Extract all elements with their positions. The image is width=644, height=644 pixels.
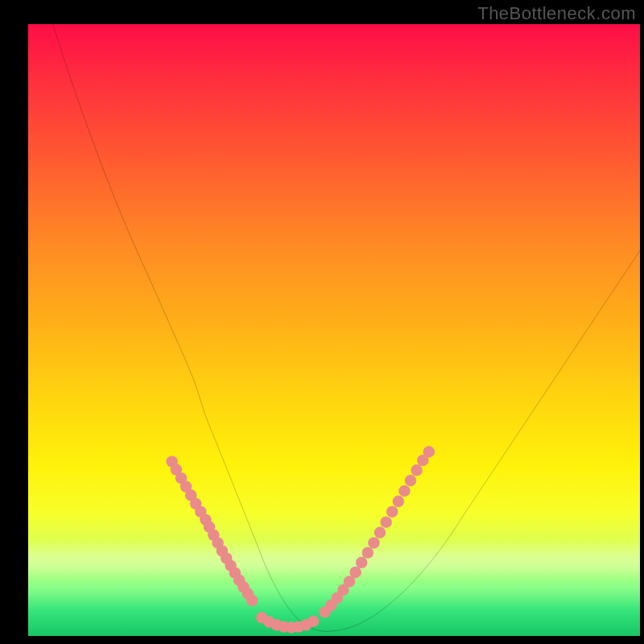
highlight-dot	[405, 475, 416, 486]
right-highlight-dots	[319, 446, 435, 618]
highlight-dot	[386, 506, 398, 518]
chart-frame: TheBottleneck.com	[0, 0, 644, 644]
highlight-dot	[246, 595, 258, 606]
left-highlight-dots	[166, 456, 258, 606]
valley-highlight-dots	[256, 612, 319, 634]
highlight-dot	[349, 567, 361, 578]
highlight-dot	[308, 616, 319, 627]
highlight-dot	[380, 516, 391, 527]
highlight-dot	[374, 526, 386, 538]
curve-layer	[28, 24, 640, 636]
highlight-dot	[356, 557, 367, 568]
highlight-dot	[423, 446, 435, 457]
plot-area	[28, 24, 640, 636]
highlight-dot	[411, 464, 422, 476]
highlight-dot	[393, 496, 404, 507]
watermark-text: TheBottleneck.com	[477, 3, 636, 24]
highlight-dot	[368, 537, 379, 548]
highlight-dot	[398, 485, 410, 497]
highlight-dot	[362, 547, 374, 558]
bottleneck-curve-path	[52, 24, 640, 631]
